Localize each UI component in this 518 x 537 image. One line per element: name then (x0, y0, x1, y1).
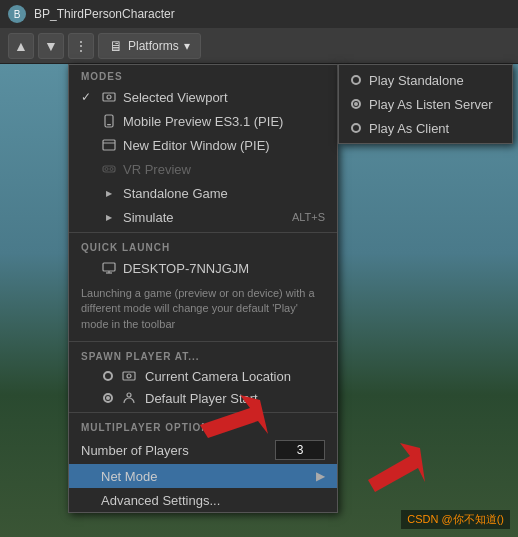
menu-item-mobile-preview[interactable]: Mobile Preview ES3.1 (PIE) (69, 109, 337, 133)
watermark: CSDN @你不知道() (401, 510, 510, 529)
arrow-right-icon: ▶ (316, 469, 325, 483)
svg-rect-3 (107, 124, 111, 125)
quick-launch-section-label: QUICK LAUNCH (69, 236, 337, 256)
play-listen-server-label: Play As Listen Server (369, 97, 493, 112)
sub-item-play-standalone[interactable]: Play Standalone (339, 68, 512, 92)
divider-3 (69, 412, 337, 413)
platforms-label: Platforms (128, 39, 179, 53)
menu-item-net-mode[interactable]: Net Mode ▶ (69, 464, 337, 488)
number-of-players-input[interactable] (275, 440, 325, 460)
player-spawn-icon (121, 390, 137, 406)
vr-icon (101, 161, 117, 177)
title-bar: B BP_ThirdPersonCharacter (0, 0, 518, 28)
spawn-section-label: SPAWN PLAYER AT... (69, 345, 337, 365)
selected-viewport-label: Selected Viewport (123, 90, 228, 105)
menu-item-standalone-game[interactable]: ▶ Standalone Game (69, 181, 337, 205)
toolbar: ▲ ▼ ⋮ 🖥 Platforms ▾ (0, 28, 518, 64)
radio-current-camera[interactable]: Current Camera Location (69, 365, 337, 387)
svg-point-1 (107, 95, 111, 99)
menu-item-new-editor-window[interactable]: New Editor Window (PIE) (69, 133, 337, 157)
standalone-game-label: Standalone Game (123, 186, 228, 201)
play-standalone-label: Play Standalone (369, 73, 464, 88)
radio-dot-listen-server (351, 99, 361, 109)
desktop-label: DESKTOP-7NNJGJM (123, 261, 249, 276)
svg-point-13 (127, 374, 131, 378)
current-camera-label: Current Camera Location (145, 369, 291, 384)
svg-rect-9 (103, 263, 115, 271)
mobile-preview-label: Mobile Preview ES3.1 (PIE) (123, 114, 283, 129)
toolbar-arrow-down-btn[interactable]: ▼ (38, 33, 64, 59)
svg-rect-0 (103, 93, 115, 101)
checkmark-selected: ✓ (81, 90, 95, 104)
number-of-players-label: Number of Players (81, 443, 189, 458)
chevron-down-icon: ▾ (184, 39, 190, 53)
net-mode-label: Net Mode (101, 469, 157, 484)
sub-item-play-as-client[interactable]: Play As Client (339, 116, 512, 140)
svg-point-8 (110, 168, 113, 171)
number-of-players-row: Number of Players (69, 436, 337, 464)
net-mode-submenu: Play Standalone Play As Listen Server Pl… (338, 64, 513, 144)
svg-rect-4 (103, 140, 115, 150)
toolbar-kebab-btn[interactable]: ⋮ (68, 33, 94, 59)
radio-dot-standalone (351, 75, 361, 85)
new-editor-window-label: New Editor Window (PIE) (123, 138, 270, 153)
play-as-client-label: Play As Client (369, 121, 449, 136)
menu-item-vr-preview[interactable]: VR Preview (69, 157, 337, 181)
standalone-icon: ▶ (101, 185, 117, 201)
radio-dot-current-camera (103, 371, 113, 381)
radio-dot-default-player (103, 393, 113, 403)
mobile-icon (101, 113, 117, 129)
camera-spawn-icon (121, 368, 137, 384)
avatar: B (8, 5, 26, 23)
modes-section-label: MODES (69, 65, 337, 85)
radio-default-player[interactable]: Default Player Start (69, 387, 337, 409)
window-icon (101, 137, 117, 153)
main-dropdown: MODES ✓ Selected Viewport Mobile Preview… (68, 64, 338, 513)
menu-item-advanced-settings[interactable]: Advanced Settings... (69, 488, 337, 512)
svg-point-7 (105, 168, 108, 171)
simulate-icon: ▶ (101, 209, 117, 225)
info-text: Launching a game (preview or on device) … (69, 280, 337, 338)
advanced-settings-label: Advanced Settings... (101, 493, 220, 508)
multiplayer-section-label: MULTIPLAYER OPTIONS (69, 416, 337, 436)
desktop-item[interactable]: DESKTOP-7NNJGJM (69, 256, 337, 280)
default-player-label: Default Player Start (145, 391, 258, 406)
vr-preview-label: VR Preview (123, 162, 191, 177)
simulate-label: Simulate (123, 210, 174, 225)
menu-item-selected-viewport[interactable]: ✓ Selected Viewport (69, 85, 337, 109)
simulate-shortcut: ALT+S (292, 211, 325, 223)
desktop-icon (101, 260, 117, 276)
sub-item-play-listen-server[interactable]: Play As Listen Server (339, 92, 512, 116)
menu-item-simulate[interactable]: ▶ Simulate ALT+S (69, 205, 337, 229)
svg-rect-12 (123, 372, 135, 380)
window-title: BP_ThirdPersonCharacter (34, 7, 175, 21)
divider-1 (69, 232, 337, 233)
toolbar-arrow-up-btn[interactable]: ▲ (8, 33, 34, 59)
platforms-icon: 🖥 (109, 38, 123, 54)
camera-icon (101, 89, 117, 105)
svg-point-14 (127, 393, 131, 397)
divider-2 (69, 341, 337, 342)
platforms-button[interactable]: 🖥 Platforms ▾ (98, 33, 201, 59)
radio-dot-client (351, 123, 361, 133)
